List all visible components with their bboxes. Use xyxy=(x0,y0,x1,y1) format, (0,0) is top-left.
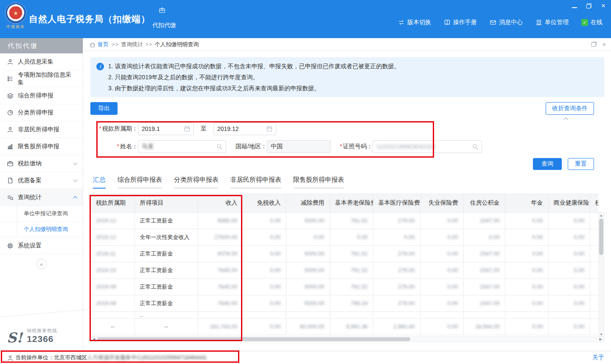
cell-amount: 0.00 xyxy=(243,278,286,295)
online-label: 在线 xyxy=(591,19,603,26)
tab-classified-income-form[interactable]: 分类所得申报表 xyxy=(174,176,219,189)
breadcrumb-separator: >> xyxy=(112,41,119,47)
cell-income-item: -- xyxy=(135,318,198,335)
sidebar-item-query-statistics[interactable]: 查询统计 xyxy=(0,189,83,206)
horizontal-scroll-thumb[interactable] xyxy=(97,337,410,341)
cell-amount: 0.00 xyxy=(548,318,590,335)
cell-amount: 0.00 xyxy=(590,212,598,229)
column-header-cell: 收入 xyxy=(198,194,243,212)
cell-amount: 0.00 xyxy=(243,229,286,245)
cell-amount: 0.00 xyxy=(243,262,286,278)
cell-amount: 0.00 xyxy=(590,229,598,245)
cell-amount: 279.00 xyxy=(373,295,420,311)
cell-amount: 0.00 xyxy=(590,262,598,278)
search-icon[interactable] xyxy=(472,143,479,150)
menu-unit-management[interactable]: 单位管理 xyxy=(535,19,569,26)
table-row[interactable]: 2019-12全年一次性奖金收入27500.000.000.000.000.00… xyxy=(91,229,598,245)
sidebar-item-classified-income[interactable]: 分类所得申报 xyxy=(0,104,83,121)
sidebar-item-unit-declare-query[interactable]: 单位申报记录查询 xyxy=(0,206,83,222)
sidebar-item-restricted-stock[interactable]: 限售股所得申报 xyxy=(0,138,83,155)
cell-period: 2019-11 xyxy=(91,245,135,262)
sidebar-collapse-button[interactable] xyxy=(36,259,47,269)
sidebar-item-preferential-filing[interactable]: 优惠备案 xyxy=(0,172,83,189)
sidebar-item-label: 优惠备案 xyxy=(18,177,42,184)
cell-amount: 27500.00 xyxy=(198,229,243,245)
about-link[interactable]: 关于 xyxy=(592,354,604,361)
module-tab-label: 代扣代缴 xyxy=(149,22,179,29)
close-button[interactable] xyxy=(600,3,607,9)
sidebar-item-special-deduction[interactable]: 专项附加扣除信息采集 xyxy=(0,70,83,87)
cell-amount: 279.00 xyxy=(373,212,420,229)
horizontal-scrollbar[interactable]: ◀ ▶ xyxy=(90,336,604,342)
cell-income-item: 正常工资薪金 xyxy=(135,262,198,278)
id-number-input[interactable]: 110102199903042203 xyxy=(373,140,482,153)
sidebar-item-label: 限售股所得申报 xyxy=(18,143,59,150)
search-button[interactable]: 查询 xyxy=(533,158,562,170)
collapse-query-button[interactable]: 收折查询条件 xyxy=(546,102,594,115)
tab-withholding-module[interactable]: 代扣代缴 xyxy=(149,7,179,29)
tab-comprehensive-income-form[interactable]: 综合所得申报表 xyxy=(118,176,162,189)
page-restore-icon[interactable] xyxy=(591,42,596,47)
header-menu: 版本切换 操作手册 消息中心 单位管理 在线 xyxy=(398,19,603,26)
table-row[interactable]: 2019-11正常工资薪金9378.000.005000.00761.52279… xyxy=(91,245,598,262)
table-row[interactable]: 2019-10正常工资薪金7645.000.005000.00761.52279… xyxy=(91,262,598,278)
sidebar-item-nonresident-income[interactable]: 非居民所得申报 xyxy=(0,121,83,138)
sidebar-item-personal-withholding-query[interactable]: 个人扣缴明细查询 xyxy=(0,222,83,237)
search-icon[interactable] xyxy=(216,143,223,150)
cell-income-item: 正常工资薪金 xyxy=(135,295,198,311)
vertical-scrollbar[interactable]: ▲ ▼ xyxy=(598,212,604,338)
reset-button[interactable]: 重置 xyxy=(568,158,594,170)
tab-nonresident-income-form[interactable]: 非居民所得申报表 xyxy=(230,176,281,189)
cell-income-item: 正常工资薪金 xyxy=(135,245,198,262)
statusbar: 当前操作单位： 北京市西城区 人力资源开发服务中心(91110102599471… xyxy=(0,351,611,364)
menu-operation-manual[interactable]: 操作手册 xyxy=(444,19,477,26)
chevron-up-icon xyxy=(73,196,78,200)
minimize-button[interactable] xyxy=(571,3,578,9)
sidebar-item-label: 分类所得申报 xyxy=(18,109,53,117)
cell-amount: 0.00 xyxy=(243,318,286,335)
table-row[interactable]: 2019-09正常工资薪金7645.000.005000.00761.52279… xyxy=(91,278,598,295)
sidebar-item-label: 查询统计 xyxy=(18,194,42,201)
cell-amount: 5000.00 xyxy=(286,295,330,311)
sidebar-item-tax-payment[interactable]: 税款缴纳 xyxy=(0,155,83,172)
bar-chart-icon xyxy=(7,143,14,150)
hotline-label: 纳税服务热线 xyxy=(27,328,57,334)
file-icon xyxy=(7,177,14,184)
scroll-right-arrow[interactable]: ▶ xyxy=(598,337,603,342)
tax-emblem-icon xyxy=(6,3,26,23)
tab-restricted-stock-form[interactable]: 限售股所得申报表 xyxy=(293,176,344,189)
breadcrumb-home[interactable]: 首页 xyxy=(98,41,109,48)
export-button[interactable]: 导出 xyxy=(90,102,118,115)
tab-summary[interactable]: 汇总 xyxy=(93,176,106,189)
cell-amount: 60,000.00 xyxy=(286,318,330,335)
period-end-input[interactable]: 2019.12 xyxy=(213,122,276,135)
notice-line: 2. 只能查询2019年及之后的数据，不能进行跨年度查询。 xyxy=(108,72,597,83)
breadcrumb-section[interactable]: 查询统计 xyxy=(121,41,143,48)
table-row[interactable]: 2019-12正常工资薪金9985.000.005000.00761.52279… xyxy=(91,212,598,229)
query-form-row-period: 税款所属期： 2019.1 至 2019.12 xyxy=(90,122,604,135)
period-start-input[interactable]: 2019.1 xyxy=(138,122,194,135)
nationality-input[interactable]: 中国 xyxy=(267,140,331,153)
calendar-icon[interactable] xyxy=(184,125,191,132)
scroll-left-arrow[interactable]: ◀ xyxy=(91,337,97,342)
calendar-icon[interactable] xyxy=(266,125,273,132)
layers-icon xyxy=(7,92,14,99)
online-status[interactable]: 在线 xyxy=(581,19,603,26)
sidebar-item-label: 非居民所得申报 xyxy=(18,126,59,133)
cell-amount: 8,991.36 xyxy=(330,318,373,335)
table-row[interactable]: 2019-08正常工资薪金7645.000.005000.00798.24279… xyxy=(91,295,598,311)
table-total-row: ----161,743.000.0060,000.008,991.362,960… xyxy=(91,318,598,335)
name-input[interactable]: 马某 xyxy=(138,140,226,153)
sidebar-item-comprehensive-income[interactable]: 综合所得申报 xyxy=(0,87,83,104)
restore-button[interactable] xyxy=(586,3,592,9)
sidebar-item-personnel-info[interactable]: 人员信息采集 xyxy=(0,53,83,70)
column-header-cell: 年金 xyxy=(505,194,548,212)
page-close-icon[interactable] xyxy=(603,41,606,48)
vertical-scroll-thumb[interactable] xyxy=(599,219,603,255)
menu-label: 版本切换 xyxy=(407,19,431,26)
sidebar-item-system-settings[interactable]: 系统设置 xyxy=(0,237,83,254)
menu-message-center[interactable]: 消息中心 xyxy=(490,19,523,26)
menu-version-switch[interactable]: 版本切换 xyxy=(398,19,431,26)
scroll-up-arrow[interactable]: ▲ xyxy=(600,213,603,218)
sidebar-item-label: 税款缴纳 xyxy=(18,160,42,167)
